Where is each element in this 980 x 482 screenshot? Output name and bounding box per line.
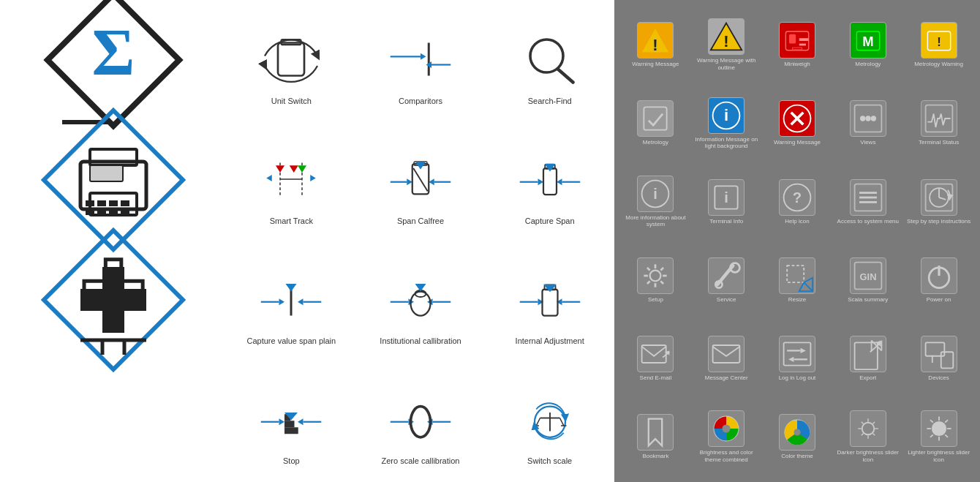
- log-in-out-icon-cell: Log in Log out: [764, 321, 832, 396]
- svg-rect-51: [80, 289, 146, 311]
- scala-summary-label: Scala summary: [848, 296, 888, 304]
- export-icon-cell: Export: [834, 321, 902, 396]
- svg-line-184: [862, 434, 864, 436]
- svg-marker-32: [311, 175, 317, 181]
- more-info-icon-cell: i More information about system: [622, 164, 690, 239]
- brightness-color-icon-cell: Brightness and color theme combined: [693, 399, 761, 475]
- darker-brightness-label: Darker brightness slider icon: [835, 449, 900, 463]
- svg-line-92: [559, 418, 563, 426]
- warning-message-label: Warning Message: [632, 61, 679, 68]
- service-icon-cell: Service: [693, 242, 761, 317]
- svg-line-183: [872, 422, 875, 424]
- svg-line-40: [413, 168, 428, 192]
- miniweigh-label: Miniweigh: [784, 61, 810, 68]
- svg-point-185: [932, 422, 945, 435]
- svg-text:GIN: GIN: [859, 271, 876, 282]
- svg-line-193: [930, 435, 933, 438]
- svg-rect-146: [787, 266, 804, 282]
- stop-cell: Stop: [227, 360, 356, 480]
- svg-text:!: !: [937, 36, 941, 50]
- svg-text:?: ?: [793, 189, 802, 206]
- svg-rect-21: [109, 209, 118, 215]
- information-icon-cell: i Information Message on light backgroun…: [693, 86, 761, 161]
- svg-line-181: [862, 422, 864, 424]
- svg-rect-22: [121, 200, 129, 206]
- svg-marker-6: [421, 53, 426, 60]
- lighter-brightness-label: Lighter brightness slider icon: [906, 449, 971, 463]
- span-calfree-cell: Span Calfree: [356, 120, 486, 240]
- access-system-menu-label: Access to system menu: [837, 218, 899, 225]
- crosshair-big-icon: ✚: [0, 240, 227, 360]
- resize-label: Resize: [788, 296, 806, 304]
- svg-marker-171: [649, 419, 662, 446]
- svg-rect-16: [86, 200, 94, 206]
- svg-rect-24: [90, 165, 123, 181]
- svg-rect-109: [644, 108, 667, 130]
- power-on-label: Power on: [927, 296, 951, 304]
- setup-icon-cell: Setup: [622, 242, 690, 317]
- warning-message-outline-label: Warning Message with outline: [694, 57, 759, 71]
- service-label: Service: [717, 296, 736, 304]
- views-icon-cell: Views: [834, 86, 902, 161]
- svg-text:i: i: [654, 186, 658, 202]
- resize-icon-cell: Resize: [764, 242, 832, 317]
- empty-big-cell: [0, 360, 227, 480]
- access-system-menu-icon-cell: Access to system menu: [834, 164, 902, 239]
- send-email-label: Send E-mail: [640, 374, 672, 382]
- svg-point-118: [870, 116, 875, 121]
- metrology-warning-label: Metrology Warning: [914, 61, 963, 68]
- svg-text:i: i: [724, 106, 728, 124]
- printer-big-icon: [0, 120, 227, 240]
- step-by-step-icon-cell: Step by step instructions: [905, 164, 973, 239]
- institutional-callibration-label: Institutional callibration: [380, 336, 461, 345]
- unit-switch-cell: Unit Switch: [227, 0, 356, 120]
- svg-line-192: [945, 420, 948, 423]
- more-info-label: More information about system: [623, 214, 688, 228]
- svg-rect-3: [278, 43, 304, 76]
- svg-marker-159: [801, 348, 806, 353]
- setup-label: Setup: [648, 296, 663, 304]
- stop-label: Stop: [283, 456, 300, 465]
- metrology-grey-icon-cell: Metrology: [622, 86, 690, 161]
- svg-point-134: [650, 270, 661, 281]
- svg-point-176: [862, 423, 875, 435]
- views-label: Views: [860, 139, 875, 146]
- svg-line-142: [647, 281, 650, 284]
- svg-marker-29: [290, 165, 298, 173]
- svg-rect-20: [97, 209, 106, 215]
- svg-point-173: [723, 425, 731, 433]
- svg-line-148: [804, 282, 813, 291]
- search-find-cell: Search-Find: [485, 0, 614, 120]
- svg-rect-156: [713, 345, 740, 363]
- svg-marker-31: [267, 175, 273, 181]
- color-theme-icon-cell: Color theme: [764, 399, 832, 475]
- svg-rect-162: [854, 342, 877, 369]
- step-by-step-label: Step by step instructions: [907, 218, 970, 225]
- svg-text:!: !: [653, 36, 658, 54]
- unit-switch-label: Unit Switch: [271, 97, 312, 105]
- export-label: Export: [859, 374, 876, 382]
- span-calfree-label: Span Calfree: [397, 216, 444, 225]
- svg-rect-104: [793, 48, 802, 50]
- capture-span-cell: Capture Span: [485, 120, 614, 240]
- svg-text:!: !: [724, 32, 729, 50]
- warning-message-icon-cell: ! Warning Message: [622, 7, 690, 83]
- bookmark-icon-cell: Bookmark: [622, 399, 690, 475]
- svg-marker-58: [298, 298, 304, 305]
- svg-rect-169: [941, 352, 953, 368]
- comparitors-cell: Comparitors: [356, 0, 486, 120]
- right-panel: ! Warning Message ! Warning Message with…: [614, 0, 980, 482]
- capture-span-label: Capture Span: [525, 216, 575, 225]
- svg-rect-17: [97, 200, 106, 206]
- svg-text:Σ: Σ: [92, 16, 135, 89]
- terminal-info-icon-cell: i Terminal Info: [693, 164, 761, 239]
- power-on-icon-cell: Power on: [905, 242, 973, 317]
- darker-brightness-icon-cell: Darker brightness slider icon: [834, 399, 902, 475]
- svg-line-133: [939, 197, 946, 200]
- devices-label: Devices: [928, 374, 949, 382]
- svg-line-141: [661, 268, 664, 271]
- capture-value-span-cell: Capture value span plain: [227, 240, 356, 360]
- log-in-out-label: Log in Log out: [779, 374, 816, 382]
- svg-rect-45: [543, 168, 557, 195]
- capture-value-label: Capture value span plain: [246, 336, 336, 345]
